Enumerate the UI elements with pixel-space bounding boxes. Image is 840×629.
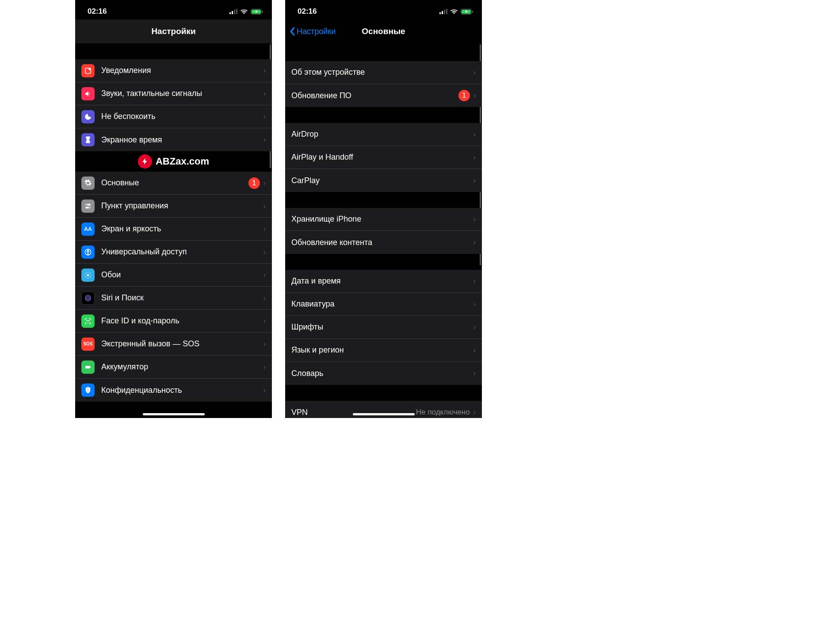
row-label: Face ID и код-пароль [101,316,260,326]
chevron-right-icon: › [263,294,266,302]
chevron-right-icon: › [473,323,476,331]
control-center-icon [81,199,95,213]
row-airplay[interactable]: AirPlay и Handoff › [285,146,482,169]
row-label: Конфиденциальность [101,386,260,395]
nav-title: Настройки [151,27,195,36]
row-battery[interactable]: Аккумулятор › [75,356,272,379]
row-label: Клавиатура [291,299,470,309]
row-label: Язык и регион [291,345,470,355]
settings-group: Хранилище iPhone › Обновление контента › [285,208,482,254]
chevron-right-icon: › [473,277,476,285]
row-storage[interactable]: Хранилище iPhone › [285,208,482,231]
svg-rect-3 [236,9,237,14]
chevron-right-icon: › [263,248,266,256]
chevron-right-icon: › [473,92,476,100]
screentime-icon [81,133,95,146]
svg-point-16 [85,295,91,301]
svg-point-18 [87,320,88,321]
row-label: Экранное время [101,135,260,145]
chevron-right-icon: › [473,69,476,77]
back-label: Настройки [297,27,336,36]
notifications-icon [81,64,95,77]
row-label: Siri и Поиск [101,293,260,303]
battery-icon [81,361,95,374]
sounds-icon [81,87,95,100]
row-sos[interactable]: SOS Экстренный вызов — SOS › [75,333,272,356]
chevron-right-icon: › [473,153,476,161]
siri-icon [81,291,95,305]
battery-icon [461,9,473,15]
row-label: Универсальный доступ [101,247,260,257]
row-accessibility[interactable]: Универсальный доступ › [75,241,272,264]
row-label: Экран и яркость [101,224,260,234]
row-screentime[interactable]: Экранное время › [75,128,272,151]
chevron-right-icon: › [263,202,266,210]
chevron-right-icon: › [263,136,266,144]
row-label: Дата и время [291,276,470,286]
row-airdrop[interactable]: AirDrop › [285,123,482,146]
settings-list[interactable]: Уведомления › Звуки, тактильные сигналы … [75,43,272,418]
row-sounds[interactable]: Звуки, тактильные сигналы › [75,82,272,105]
row-display[interactable]: AA Экран и яркость › [75,218,272,241]
chevron-right-icon: › [263,363,266,371]
chevron-right-icon: › [263,113,266,121]
chevron-right-icon: › [473,369,476,377]
row-vpn[interactable]: VPN Не подключено › [285,401,482,418]
chevron-right-icon: › [473,346,476,354]
row-privacy[interactable]: Конфиденциальность › [75,379,272,402]
svg-point-17 [87,297,89,299]
home-indicator[interactable] [353,413,415,415]
row-carplay[interactable]: CarPlay › [285,169,482,192]
row-background-refresh[interactable]: Обновление контента › [285,231,482,254]
row-wallpaper[interactable]: Обои › [75,264,272,287]
svg-rect-6 [262,11,263,13]
chevron-right-icon: › [263,386,266,394]
row-notifications[interactable]: Уведомления › [75,59,272,82]
bolt-icon [138,154,152,169]
row-label: Экстренный вызов — SOS [101,339,260,349]
row-siri[interactable]: Siri и Поиск › [75,287,272,310]
row-control-center[interactable]: Пункт управления › [75,195,272,218]
chevron-right-icon: › [263,90,266,98]
row-dnd[interactable]: Не беспокоить › [75,105,272,128]
settings-group: VPN Не подключено › [285,401,482,418]
faceid-icon [81,314,95,328]
chevron-right-icon: › [473,176,476,184]
row-date-time[interactable]: Дата и время › [285,270,482,293]
svg-rect-20 [85,366,90,368]
row-software-update[interactable]: Обновление ПО 1 › [285,84,482,107]
svg-rect-22 [439,12,441,14]
row-label: Обои [101,270,260,280]
nav-title: Основные [362,27,405,36]
sos-icon: SOS [81,338,95,351]
svg-point-8 [89,68,91,70]
cellular-icon [229,9,237,14]
row-language-region[interactable]: Язык и регион › [285,339,482,362]
svg-point-15 [87,274,89,276]
row-label: Шрифты [291,322,470,332]
row-about[interactable]: Об этом устройстве › [285,61,482,84]
row-keyboard[interactable]: Клавиатура › [285,293,482,316]
chevron-right-icon: › [263,225,266,233]
row-label: Не беспокоить [101,112,260,121]
svg-rect-2 [234,10,235,14]
back-button[interactable]: Настройки [290,19,336,43]
watermark-text: ABZax.com [156,156,209,167]
badge: 1 [248,177,260,189]
row-label: AirDrop [291,130,470,139]
chevron-right-icon: › [473,215,476,223]
row-general[interactable]: Основные 1 › [75,172,272,195]
svg-rect-1 [232,11,233,14]
row-label: Словарь [291,369,470,378]
general-icon [81,176,95,190]
svg-rect-25 [446,9,447,14]
wifi-icon [240,9,248,15]
chevron-right-icon: › [473,300,476,308]
home-indicator[interactable] [143,413,205,415]
row-label: Обновление контента [291,238,470,247]
row-faceid[interactable]: Face ID и код-пароль › [75,310,272,333]
svg-rect-0 [229,12,231,14]
row-fonts[interactable]: Шрифты › [285,316,482,339]
row-dictionary[interactable]: Словарь › [285,362,482,385]
general-list[interactable]: Об этом устройстве › Обновление ПО 1 › A… [285,43,482,418]
